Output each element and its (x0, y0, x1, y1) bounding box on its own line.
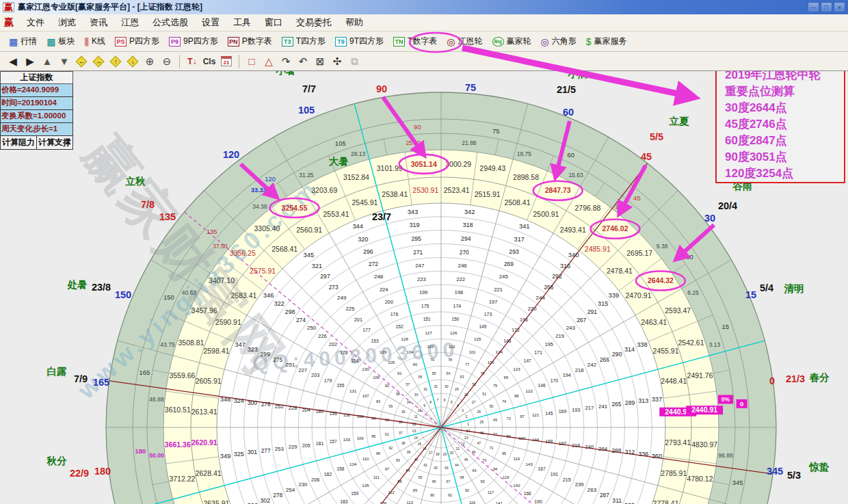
tn-icon: TN (393, 37, 405, 47)
toolbar-label: 江恩轮 (458, 36, 483, 47)
big-icon: Big (492, 37, 504, 47)
panel-field-3: 周天变化步长=1 (0, 123, 73, 136)
tool-shift-up[interactable]: ↑ (108, 54, 123, 69)
toolbar-label: K线 (92, 36, 105, 47)
toolbar-label: 赢家服务 (594, 36, 627, 47)
menu-江恩[interactable]: 江恩 (115, 15, 145, 30)
menu-浏览[interactable]: 浏览 (52, 15, 82, 30)
toolbar-label: 9P四方形 (183, 36, 218, 47)
toolbar-button-gann-wheel[interactable]: ◎江恩轮 (442, 34, 487, 50)
toolbar-button-9p-square[interactable]: P99P四方形 (164, 34, 223, 50)
annotation-line-6: 120度3254点 (725, 165, 844, 182)
t9-icon: T9 (335, 37, 347, 47)
annotation-line-1: 重要点位测算 (725, 83, 844, 100)
toolbar-button-kline[interactable]: ⫼K线 (79, 34, 109, 50)
panel-field-1: 时间=20190104 (0, 97, 73, 110)
menu-app-icon: 赢 (4, 16, 14, 29)
tool-t-arrow[interactable]: T↓ (185, 54, 200, 69)
tool-zoom-out[interactable]: ⊖ (159, 54, 174, 69)
toolbar-separator (239, 55, 239, 68)
toolbar-button-winner-wheel[interactable]: Big赢家轮 (488, 34, 536, 50)
instrument-name: 上证指数 (0, 71, 73, 84)
window-controls: —□× (808, 2, 845, 12)
tool-page-up[interactable]: ▲ (40, 54, 55, 69)
table-icon: ▦ (9, 37, 18, 47)
annotation-line-3: 45度2746点 (725, 116, 844, 133)
button-计算支撑[interactable]: 计算支撑 (37, 136, 73, 150)
blocks-icon: ▩ (47, 37, 55, 47)
toolbar-label: 行情 (21, 36, 37, 47)
toolbar-button-t-number-table[interactable]: TNT数字表 (388, 34, 442, 50)
toolbar-button-sectors[interactable]: ▩板块 (42, 34, 79, 50)
tool-board-tool[interactable]: ⧉ (347, 54, 362, 69)
info-panel: 上证指数 价格=2440.9099时间=20190104变换系数=1.00000… (0, 71, 73, 150)
shift-left-icon: ← (76, 55, 88, 67)
toolbar-label: 赢家轮 (507, 36, 531, 47)
menu-工具[interactable]: 工具 (227, 15, 257, 30)
menu-交易委托[interactable]: 交易委托 (290, 15, 338, 30)
tool-shift-right[interactable]: → (91, 54, 106, 69)
tool-center-tool[interactable]: ✣ (330, 54, 345, 69)
panel-field-0: 价格=2440.9099 (0, 84, 73, 97)
shift-up-icon: ↑ (110, 55, 122, 67)
toolbar-button-t-square[interactable]: T3T四方形 (277, 34, 330, 50)
hexagon-icon: ◎ (541, 37, 549, 47)
toolbar-button-quotes[interactable]: ▦行情 (4, 34, 42, 50)
tool-marquee-tool[interactable]: ⊠ (313, 54, 328, 69)
menu-帮助[interactable]: 帮助 (339, 15, 369, 30)
annotation-line-5: 90度3051点 (725, 149, 844, 165)
ps-icon: PS (115, 37, 127, 47)
tool-rect-tool[interactable]: □ (244, 54, 259, 69)
tool-cls[interactable]: Cls (202, 54, 217, 69)
tool-page-down[interactable]: ▼ (57, 54, 72, 69)
button-计算阻力[interactable]: 计算阻力 (0, 136, 37, 150)
tool-rotate-cw[interactable]: ↶ (295, 54, 310, 69)
toolbar-button-p-square[interactable]: PSP四方形 (110, 34, 164, 50)
main-toolbar: ▦行情▩板块⫼K线PSP四方形P99P四方形PNP数字表T3T四方形T99T四方… (0, 31, 848, 52)
toolbar-button-9t-square[interactable]: T99T四方形 (330, 34, 388, 50)
tool-page-right[interactable]: ▶ (23, 54, 38, 69)
tool-shift-left[interactable]: ← (74, 54, 89, 69)
wheel-icon: ◎ (447, 37, 455, 47)
annotation-line-2: 30度2644点 (725, 100, 844, 116)
menu-设置[interactable]: 设置 (196, 15, 226, 30)
shift-right-icon: → (93, 55, 105, 67)
menu-文件[interactable]: 文件 (21, 15, 51, 30)
calendar-icon: 21 (221, 56, 232, 66)
tool-calendar[interactable]: 21 (219, 54, 234, 69)
annotation-line-4: 60度2847点 (725, 133, 844, 149)
shift-down-icon: ↓ (127, 55, 139, 67)
panel-field-2: 变换系数=1.00000 (0, 110, 73, 123)
app-icon: 赢 (3, 2, 14, 12)
menu-bar: 赢 文件浏览资讯江恩公式选股设置工具窗口交易委托帮助 (0, 14, 848, 31)
close-button[interactable]: × (834, 2, 845, 12)
dollar-icon: $ (586, 37, 592, 47)
tool-triangle-tool[interactable]: △ (261, 54, 276, 69)
toolbar-label: 板块 (58, 36, 75, 47)
tool-shift-down[interactable]: ↓ (125, 54, 140, 69)
drawing-toolbar: ◀▶▲▼←→↑↓⊕⊖T↓Cls21□△↷↶⊠✣⧉ (0, 52, 848, 71)
minimize-button[interactable]: — (808, 2, 819, 12)
candles-icon: ⫼ (84, 37, 88, 47)
title-bar: 赢 赢家江恩专业版[赢家服务平台] - [上证指数 江恩轮] —□× (0, 0, 848, 14)
maximize-button[interactable]: □ (821, 2, 832, 12)
tool-page-left[interactable]: ◀ (5, 54, 21, 69)
toolbar-button-p-number-table[interactable]: PNP数字表 (223, 34, 277, 50)
toolbar-button-winner-service[interactable]: $赢家服务 (581, 34, 632, 50)
menu-公式选股[interactable]: 公式选股 (146, 15, 194, 30)
key-levels-annotation-box: 2019年江恩轮中轮重要点位测算30度2644点45度2746点60度2847点… (715, 60, 845, 183)
toolbar-label: P数字表 (242, 36, 272, 47)
t3-icon: T3 (282, 37, 293, 47)
menu-资讯[interactable]: 资讯 (83, 15, 114, 30)
toolbar-button-hexagon[interactable]: ◎六角形 (536, 34, 581, 50)
pn-icon: PN (228, 37, 239, 47)
toolbar-label: P四方形 (129, 36, 159, 47)
p9-icon: P9 (169, 37, 181, 47)
toolbar-label: 六角形 (552, 36, 577, 47)
menu-窗口[interactable]: 窗口 (259, 15, 289, 30)
toolbar-label: T四方形 (296, 36, 326, 47)
toolbar-label: 9T四方形 (349, 36, 384, 47)
tool-rotate-ccw[interactable]: ↷ (278, 54, 293, 69)
tool-zoom-in[interactable]: ⊕ (142, 54, 157, 69)
window-title: 赢家江恩专业版[赢家服务平台] - [上证指数 江恩轮] (18, 1, 202, 13)
